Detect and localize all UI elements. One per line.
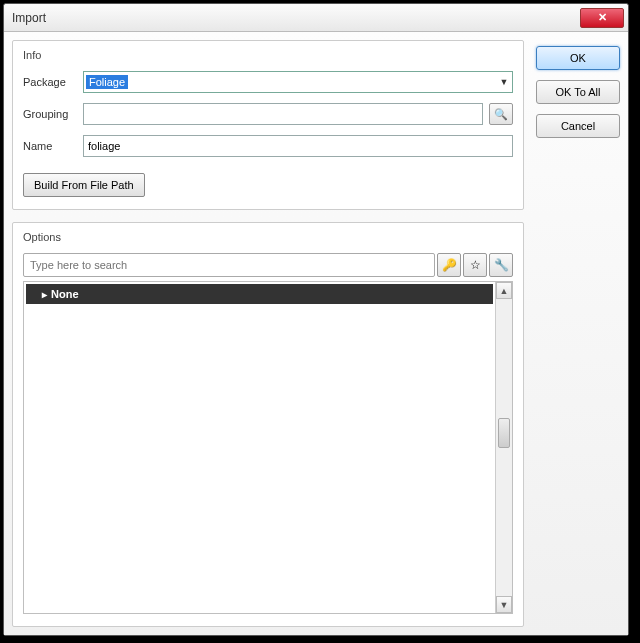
dialog-body: Info Package Foliage ▼ Grouping 🔍 <box>4 32 628 635</box>
ok-button[interactable]: OK <box>536 46 620 70</box>
options-title: Options <box>23 231 513 243</box>
left-pane: Info Package Foliage ▼ Grouping 🔍 <box>12 40 524 627</box>
favorite-button[interactable]: ☆ <box>463 253 487 277</box>
star-icon: ☆ <box>470 258 481 272</box>
grouping-input[interactable] <box>83 103 483 125</box>
package-label: Package <box>23 76 83 88</box>
tree-item-label: None <box>51 288 79 300</box>
close-button[interactable]: ✕ <box>580 8 624 28</box>
name-row: Name <box>23 135 513 157</box>
ok-to-all-button[interactable]: OK To All <box>536 80 620 104</box>
binoculars-icon: 🔍 <box>494 108 508 121</box>
grouping-label: Grouping <box>23 108 83 120</box>
browse-button[interactable]: 🔍 <box>489 103 513 125</box>
scrollbar[interactable]: ▲ ▼ <box>495 282 512 613</box>
search-button[interactable]: 🔑 <box>437 253 461 277</box>
wrench-icon: 🔧 <box>494 258 509 272</box>
window-title: Import <box>12 11 580 25</box>
scroll-down-icon[interactable]: ▼ <box>496 596 512 613</box>
package-value: Foliage <box>86 75 128 89</box>
name-input[interactable] <box>83 135 513 157</box>
scroll-thumb[interactable] <box>498 418 510 448</box>
package-row: Package Foliage ▼ <box>23 71 513 93</box>
build-from-file-path-button[interactable]: Build From File Path <box>23 173 145 197</box>
tree-item-none[interactable]: None <box>26 284 493 304</box>
scroll-track[interactable] <box>496 299 512 596</box>
titlebar: Import ✕ <box>4 4 628 32</box>
info-title: Info <box>23 49 513 61</box>
grouping-row: Grouping 🔍 <box>23 103 513 125</box>
button-column: OK OK To All Cancel <box>536 40 620 627</box>
cancel-button[interactable]: Cancel <box>536 114 620 138</box>
close-icon: ✕ <box>598 11 607 24</box>
scroll-up-icon[interactable]: ▲ <box>496 282 512 299</box>
package-dropdown[interactable]: Foliage ▼ <box>83 71 513 93</box>
chevron-down-icon: ▼ <box>496 77 512 87</box>
search-row: 🔑 ☆ 🔧 <box>23 253 513 277</box>
options-group: Options 🔑 ☆ 🔧 None <box>12 222 524 627</box>
settings-button[interactable]: 🔧 <box>489 253 513 277</box>
import-dialog: Import ✕ Info Package Foliage ▼ Grouping <box>3 3 629 636</box>
name-label: Name <box>23 140 83 152</box>
options-tree: None ▲ ▼ <box>23 281 513 614</box>
search-input[interactable] <box>23 253 435 277</box>
search-icon: 🔑 <box>442 258 457 272</box>
info-group: Info Package Foliage ▼ Grouping 🔍 <box>12 40 524 210</box>
tree-content: None <box>24 282 495 613</box>
